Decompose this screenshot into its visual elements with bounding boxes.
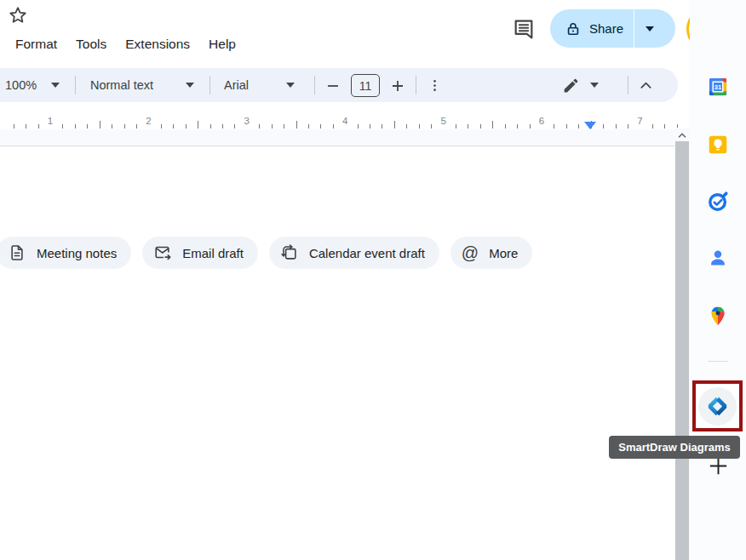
- ruler-tick: [284, 124, 284, 129]
- calendar-event-icon: [280, 243, 299, 262]
- smartdraw-addon-highlight[interactable]: [692, 380, 743, 431]
- share-dropdown[interactable]: [634, 9, 665, 48]
- font-size-value: 11: [359, 79, 372, 93]
- ruler-tick: [554, 124, 554, 129]
- ruler-number: 4: [342, 116, 347, 126]
- chip-label: More: [489, 246, 518, 260]
- comment-icon: [512, 17, 536, 41]
- chip-meeting-notes[interactable]: Meeting notes: [0, 237, 131, 269]
- ruler-tick: [198, 121, 198, 129]
- calendar-day-label: 31: [714, 83, 721, 91]
- ruler-number: 2: [146, 116, 151, 126]
- toolbar-separator: [209, 76, 210, 94]
- document-canvas: [0, 129, 691, 146]
- star-document-button[interactable]: [8, 5, 28, 26]
- sidebar-item-contacts[interactable]: [704, 244, 732, 271]
- ruler-tick: [382, 124, 382, 129]
- zoom-value: 100%: [5, 78, 37, 92]
- sidebar-item-tasks[interactable]: [704, 188, 732, 215]
- ruler-tick: [186, 124, 186, 129]
- chevron-down-icon: [286, 83, 295, 88]
- increase-font-size-button[interactable]: [387, 75, 408, 96]
- paragraph-style-select[interactable]: Normal text: [90, 68, 194, 102]
- ruler-tick: [259, 124, 260, 129]
- ruler-tick: [210, 124, 211, 129]
- ruler-tick: [431, 124, 432, 129]
- google-keep-icon: [707, 134, 729, 156]
- pencil-icon: [562, 77, 580, 94]
- chevron-down-icon: [646, 26, 654, 31]
- smart-chips-row: Meeting notes Email draft Calendar event…: [0, 237, 532, 269]
- sidebar-item-calendar[interactable]: 31: [704, 73, 732, 100]
- google-docs-window: Format Tools Extensions Help Share: [0, 0, 746, 560]
- font-select[interactable]: Arial: [224, 68, 295, 102]
- ruler-number: 1: [48, 116, 53, 126]
- ruler-tick: [100, 121, 100, 129]
- editing-mode-select[interactable]: [562, 68, 599, 102]
- ruler-tick: [492, 121, 493, 129]
- scroll-up-button[interactable]: [675, 129, 689, 141]
- share-label: Share: [589, 21, 623, 36]
- chip-label: Meeting notes: [37, 246, 117, 260]
- more-toolbar-options-button[interactable]: [424, 75, 445, 96]
- chip-email-draft[interactable]: Email draft: [142, 237, 258, 269]
- menu-format[interactable]: Format: [6, 32, 66, 56]
- ruler-tick: [628, 124, 628, 129]
- panel-divider: [708, 361, 728, 362]
- ruler-tick: [603, 124, 604, 129]
- google-calendar-icon: 31: [707, 76, 729, 98]
- chip-label: Calendar event draft: [309, 246, 425, 260]
- scrollbar-thumb[interactable]: [675, 141, 689, 560]
- side-panel: 31: [690, 0, 746, 560]
- ruler-tick: [272, 124, 273, 129]
- ruler-tick: [480, 124, 481, 129]
- ruler-tick: [136, 124, 137, 129]
- menu-tools[interactable]: Tools: [66, 32, 116, 56]
- ruler-tick: [358, 124, 359, 129]
- chevron-up-icon: [675, 129, 689, 141]
- ruler-tick: [394, 121, 395, 129]
- ruler-tick: [173, 124, 174, 129]
- share-main[interactable]: Share: [550, 9, 634, 48]
- ruler-tick: [296, 121, 297, 129]
- menu-help[interactable]: Help: [199, 32, 245, 56]
- vertical-scrollbar[interactable]: [674, 128, 690, 560]
- ruler-tick: [62, 124, 63, 129]
- document-icon: [8, 243, 26, 262]
- lock-icon: [565, 20, 582, 37]
- ruler-tick: [406, 124, 407, 129]
- chip-more[interactable]: @ More: [450, 237, 533, 269]
- ruler-tick: [566, 124, 567, 129]
- chevron-down-icon: [51, 83, 60, 88]
- decrease-font-size-button[interactable]: [322, 75, 343, 96]
- comment-history-button[interactable]: [509, 14, 538, 43]
- ruler-tick: [370, 124, 370, 129]
- smartdraw-addon-button[interactable]: [698, 387, 737, 426]
- google-tasks-icon: [707, 191, 729, 213]
- chip-calendar-event-draft[interactable]: Calendar event draft: [269, 237, 439, 269]
- right-indent-marker[interactable]: [584, 122, 596, 129]
- sidebar-item-maps[interactable]: [704, 302, 732, 329]
- menu-extensions[interactable]: Extensions: [116, 32, 199, 56]
- document-page[interactable]: Meeting notes Email draft Calendar event…: [0, 146, 674, 560]
- chevron-down-icon: [590, 83, 599, 88]
- ruler-tick: [333, 124, 334, 129]
- ruler-tick: [112, 124, 112, 129]
- google-contacts-icon: [707, 247, 729, 269]
- share-button[interactable]: Share: [550, 9, 675, 48]
- ruler-tick: [419, 124, 420, 129]
- ruler-tick: [616, 124, 617, 129]
- zoom-select[interactable]: 100%: [5, 68, 60, 102]
- ruler-number: 3: [244, 116, 250, 126]
- chip-label: Email draft: [182, 246, 244, 260]
- font-size-input[interactable]: 11: [351, 74, 380, 97]
- sidebar-item-keep[interactable]: [704, 131, 732, 158]
- google-maps-icon: [707, 305, 729, 327]
- ruler-tick: [578, 124, 579, 129]
- hide-menus-button[interactable]: [635, 75, 657, 96]
- plus-icon: [390, 78, 405, 94]
- ruler-tick: [652, 124, 653, 129]
- style-value: Normal text: [90, 78, 153, 92]
- ruler-tick: [75, 124, 76, 129]
- ruler-tick: [517, 124, 518, 129]
